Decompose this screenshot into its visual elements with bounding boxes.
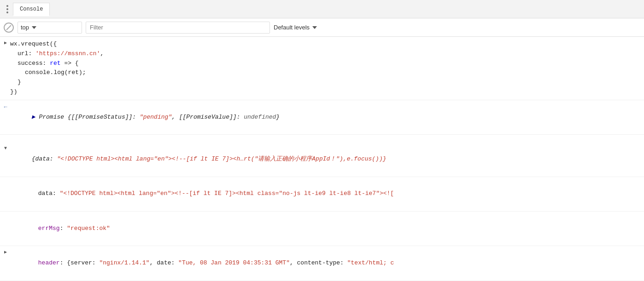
filter-input[interactable]: [86, 22, 270, 34]
tab-dots-menu[interactable]: [4, 3, 11, 15]
data-line: data: "<!DOCTYPE html><html lang="en"><!…: [9, 179, 644, 209]
promise-line: ▶ Promise {[[PromiseStatus]]: "pending",…: [9, 102, 644, 132]
code-block-errmsg: errMsg: "request:ok": [0, 212, 644, 246]
expand-object-arrow[interactable]: [0, 144, 9, 152]
code-block-header: header: {server: "nginx/1.14.1", date: "…: [0, 246, 644, 281]
vrequest-code: wx.vrequest({ url: 'https://mssnn.cn', s…: [9, 39, 644, 98]
code-block-object: {data: "<!DOCTYPE html><html lang="en"><…: [0, 142, 644, 177]
code-block-vrequest: wx.vrequest({ url: 'https://mssnn.cn', s…: [0, 37, 644, 100]
errmsg-line: errMsg: "request:ok": [9, 213, 644, 244]
expand-header-arrow[interactable]: [0, 248, 9, 256]
tab-console[interactable]: Console: [13, 3, 50, 16]
header-line: header: {server: "nginx/1.14.1", date: "…: [9, 248, 644, 278]
expand-vrequest-arrow[interactable]: [0, 39, 9, 47]
clear-console-button[interactable]: [4, 23, 14, 33]
levels-label: Default levels: [274, 24, 310, 31]
context-label: top: [21, 24, 29, 31]
context-chevron-icon: [32, 26, 36, 29]
levels-selector[interactable]: Default levels: [274, 24, 317, 31]
code-block-promise: ▶ Promise {[[PromiseStatus]]: "pending",…: [0, 100, 644, 135]
object-line: {data: "<!DOCTYPE html><html lang="en"><…: [9, 144, 644, 174]
toolbar: top Default levels: [0, 18, 644, 37]
code-block-data: data: "<!DOCTYPE html><html lang="en"><!…: [0, 177, 644, 212]
console-area: wx.vrequest({ url: 'https://mssnn.cn', s…: [0, 37, 644, 281]
return-arrow-icon: [0, 102, 9, 112]
context-selector[interactable]: top: [18, 22, 82, 34]
levels-chevron-icon: [312, 26, 317, 29]
tab-bar: Console: [0, 0, 644, 18]
